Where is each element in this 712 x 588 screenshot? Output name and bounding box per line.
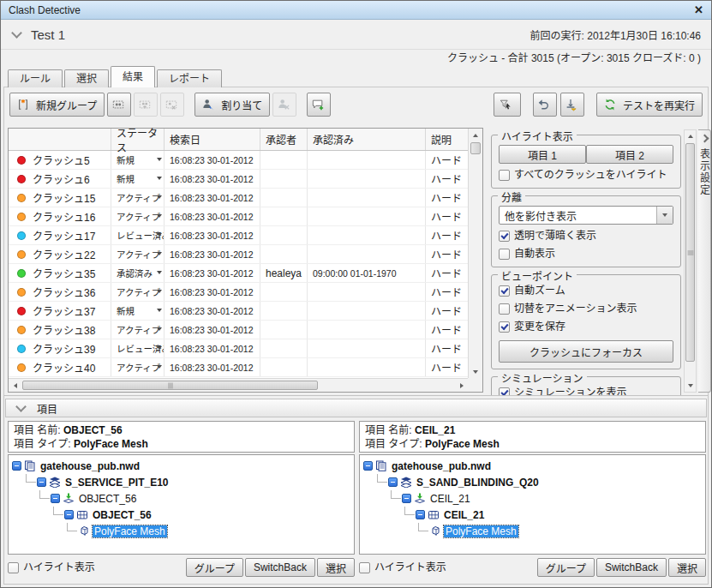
table-row[interactable]: クラッシュ22 アクティブ 16:08:23 30-01-2012 ハード <box>9 245 482 264</box>
tree-node[interactable]: gatehouse_pub.nwd <box>363 458 702 474</box>
table-row[interactable]: クラッシュ40 アクティブ 16:08:23 30-01-2012 ハード <box>9 358 482 377</box>
tree-node[interactable]: OBJECT_56 <box>53 507 350 523</box>
new-group-button[interactable]: 新規グループ <box>9 93 105 117</box>
scroll-left-icon[interactable] <box>9 379 21 392</box>
scrollbar-thumb[interactable] <box>470 142 481 154</box>
col-header-status[interactable]: ステータス <box>111 129 165 150</box>
table-horizontal-scrollbar[interactable] <box>9 378 468 392</box>
tree-node[interactable]: CEIL_21 <box>391 490 702 507</box>
assign-button[interactable]: 割り当て <box>194 93 270 117</box>
collapse-icon[interactable] <box>416 510 425 519</box>
table-row[interactable]: クラッシュ16 アクティブ 16:08:23 30-01-2012 ハード <box>9 207 482 226</box>
table-row[interactable]: クラッシュ38 アクティブ 16:08:23 30-01-2012 ハード <box>9 321 482 339</box>
isolation-mode-dropdown[interactable]: 他を影付き表示 <box>499 206 673 225</box>
reset-button[interactable] <box>533 93 557 117</box>
table-row[interactable]: クラッシュ36 アクティブ 16:08:23 30-01-2012 ハード <box>9 283 482 302</box>
status-dropdown[interactable]: アクティブ <box>111 245 165 263</box>
items-section-header[interactable]: 項目 <box>5 399 707 417</box>
scroll-up-icon[interactable] <box>469 129 482 141</box>
group-button[interactable]: グループ <box>186 558 243 577</box>
collapse-icon[interactable] <box>12 461 21 471</box>
tab-display-settings[interactable]: 表示設定 <box>698 129 711 393</box>
col-header-approved-by[interactable]: 承認者 <box>260 129 308 150</box>
save-changes-checkbox[interactable] <box>499 321 510 333</box>
scroll-down-icon[interactable] <box>469 365 482 378</box>
highlight-checkbox[interactable] <box>359 562 370 573</box>
group-button[interactable]: グループ <box>537 558 595 577</box>
group-add-button[interactable] <box>134 93 158 117</box>
switchback-button[interactable]: SwitchBack <box>596 558 667 577</box>
tree-node[interactable]: OBJECT_56 <box>39 490 350 507</box>
scrollbar-thumb[interactable] <box>22 381 318 390</box>
table-row[interactable]: クラッシュ6 新規 16:08:23 30-01-2012 ハード <box>9 170 482 189</box>
collapse-icon[interactable] <box>51 494 60 503</box>
collapse-icon[interactable] <box>64 510 74 519</box>
collapse-icon[interactable] <box>402 494 411 503</box>
tree-node[interactable]: gatehouse_pub.nwd <box>12 458 350 474</box>
close-icon[interactable]: ✕ <box>694 3 703 16</box>
table-row[interactable]: クラッシュ37 新規 16:08:23 30-01-2012 ハード <box>9 302 482 321</box>
rerun-test-button[interactable]: テストを再実行 <box>596 93 703 117</box>
col-header-name[interactable] <box>9 129 111 150</box>
scroll-right-icon[interactable] <box>455 379 468 392</box>
clash-detective-panel: Clash Detective ✕ Test 1 前回の実行: 2012年1月3… <box>0 0 712 588</box>
col-header-found[interactable]: 検索日 <box>165 129 260 150</box>
status-dropdown[interactable]: アクティブ <box>111 207 165 225</box>
item1-button[interactable]: 項目 1 <box>499 145 586 164</box>
status-dropdown[interactable]: 新規 <box>111 151 165 169</box>
collapse-icon[interactable] <box>388 477 398 487</box>
tab-select[interactable]: 選択 <box>64 69 109 87</box>
collapse-icon[interactable] <box>37 477 46 487</box>
table-row[interactable]: クラッシュ15 アクティブ 16:08:23 30-01-2012 ハード <box>9 189 482 207</box>
tab-results[interactable]: 結果 <box>111 66 155 87</box>
tree-node[interactable]: S_SERVICE_PIT_E10 <box>26 474 350 490</box>
status-dropdown[interactable]: アクティブ <box>111 283 165 301</box>
collapse-icon[interactable] <box>363 461 373 471</box>
table-row[interactable]: クラッシュ35 承認済み 16:08:23 30-01-2012 healeya… <box>9 264 482 283</box>
animate-transitions-checkbox[interactable] <box>499 303 510 315</box>
auto-zoom-checkbox[interactable] <box>499 285 510 297</box>
table-row[interactable]: クラッシュ5 新規 16:08:23 30-01-2012 ハード <box>9 151 482 170</box>
filter-button[interactable] <box>494 93 521 117</box>
table-vertical-scrollbar[interactable] <box>468 129 482 378</box>
group-remove-button[interactable] <box>160 93 184 117</box>
dim-transparent-checkbox[interactable] <box>499 231 510 242</box>
tab-rules[interactable]: ルール <box>8 69 63 87</box>
status-dropdown[interactable]: アクティブ <box>111 321 165 339</box>
compact-button[interactable] <box>560 93 584 117</box>
tree-node[interactable]: PolyFace Mesh <box>418 523 702 539</box>
tree-node[interactable]: S_SAND_BLINDING_Q20 <box>377 474 702 490</box>
switchback-button[interactable]: SwitchBack <box>245 558 315 577</box>
col-header-description[interactable]: 説明 <box>426 129 466 150</box>
status-dropdown[interactable]: レビュー済み <box>111 339 165 357</box>
chevron-down-icon[interactable] <box>11 27 22 39</box>
status-dropdown[interactable]: アクティブ <box>111 358 165 376</box>
status-dropdown[interactable]: 新規 <box>111 170 165 188</box>
add-to-group-button[interactable] <box>107 93 131 117</box>
tree-node[interactable]: CEIL_21 <box>404 507 702 523</box>
status-dropdown[interactable]: レビュー済み <box>111 226 165 244</box>
scroll-down-icon[interactable] <box>685 380 696 392</box>
auto-reveal-checkbox[interactable] <box>499 249 510 260</box>
col-header-approved[interactable]: 承認済み <box>308 129 426 150</box>
title-bar[interactable]: Clash Detective ✕ <box>1 1 711 20</box>
tab-report[interactable]: レポート <box>157 69 222 87</box>
highlight-all-checkbox[interactable] <box>499 170 510 181</box>
unassign-button[interactable] <box>272 93 296 117</box>
select-button[interactable]: 選択 <box>668 558 706 577</box>
select-button[interactable]: 選択 <box>317 558 355 577</box>
highlight-checkbox[interactable] <box>8 562 19 573</box>
tree-node[interactable]: PolyFace Mesh <box>67 523 350 539</box>
chevron-down-icon[interactable] <box>656 207 673 224</box>
scroll-up-icon[interactable] <box>685 130 696 142</box>
table-row[interactable]: クラッシュ17 レビュー済み 16:08:23 30-01-2012 ハード <box>9 226 482 245</box>
focus-on-clash-button[interactable]: クラッシュにフォーカス <box>499 340 673 363</box>
table-row[interactable]: クラッシュ39 レビュー済み 16:08:23 30-01-2012 ハード <box>9 339 482 358</box>
settings-scrollbar[interactable] <box>684 129 697 393</box>
status-dropdown[interactable]: アクティブ <box>111 189 165 207</box>
item2-button[interactable]: 項目 2 <box>586 145 673 164</box>
scrollbar-thumb[interactable] <box>685 143 695 362</box>
status-dropdown[interactable]: 承認済み <box>111 264 165 282</box>
add-comment-button[interactable] <box>307 93 331 117</box>
status-dropdown[interactable]: 新規 <box>111 302 165 320</box>
